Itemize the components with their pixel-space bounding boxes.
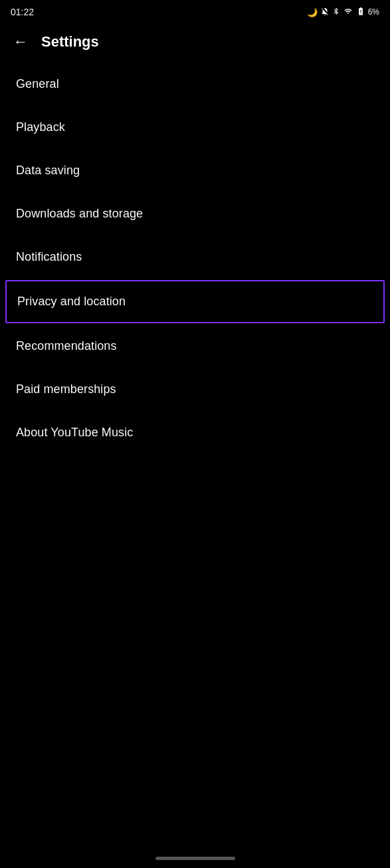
settings-item-notifications[interactable]: Notifications	[0, 235, 390, 279]
moon-icon: 🌙	[307, 7, 318, 17]
settings-item-general[interactable]: General	[0, 63, 390, 106]
page-title: Settings	[41, 33, 99, 51]
status-bar: 01:22 🌙 6%	[0, 0, 390, 24]
settings-item-playback[interactable]: Playback	[0, 106, 390, 149]
back-button[interactable]: ←	[11, 32, 31, 52]
wifi-icon	[343, 7, 353, 17]
status-time: 01:22	[11, 7, 34, 17]
mute-icon	[320, 7, 330, 18]
settings-item-downloads-storage[interactable]: Downloads and storage	[0, 192, 390, 235]
battery-alert-icon	[356, 7, 365, 18]
battery-percentage: 6%	[368, 7, 379, 17]
settings-item-paid-memberships[interactable]: Paid memberships	[0, 368, 390, 411]
settings-item-data-saving[interactable]: Data saving	[0, 149, 390, 192]
status-icons: 🌙 6%	[307, 7, 379, 18]
settings-list: General Playback Data saving Downloads a…	[0, 63, 390, 454]
settings-item-privacy-location[interactable]: Privacy and location	[5, 280, 385, 323]
bluetooth-icon	[332, 7, 340, 18]
header: ← Settings	[0, 24, 390, 63]
home-indicator	[155, 857, 235, 860]
settings-item-about[interactable]: About YouTube Music	[0, 411, 390, 454]
settings-item-recommendations[interactable]: Recommendations	[0, 325, 390, 368]
